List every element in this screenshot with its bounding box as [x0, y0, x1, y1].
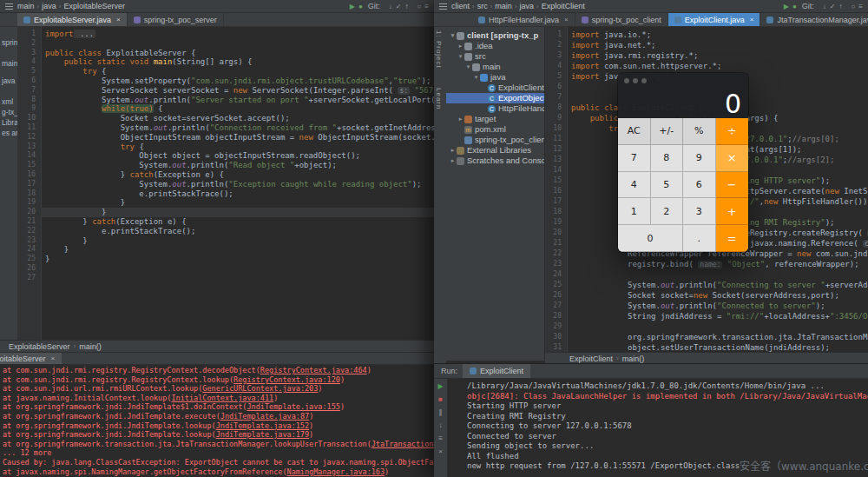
- tree-item-client-spring-tx-p[interactable]: ▾client [spring-tx_p: [446, 30, 544, 41]
- close-icon[interactable]: ×: [750, 16, 754, 23]
- calc-button-add[interactable]: +: [716, 198, 749, 225]
- stack-trace-link[interactable]: JtaTransactionManager.java:1: [372, 440, 434, 448]
- stack-trace-link[interactable]: JndiTemplate.java:155: [247, 402, 339, 411]
- breadcrumb-item[interactable]: ExploitClient: [542, 2, 585, 10]
- tab-exploitclient-java[interactable]: ExploitClient.java ×: [668, 13, 761, 26]
- calc-button-6[interactable]: 6: [683, 172, 716, 199]
- stack-trace-link[interactable]: NamingManager.java:163: [287, 467, 385, 476]
- code-line[interactable]: 2: [17, 39, 434, 49]
- tree-item-pom-xml[interactable]: mpom.xml: [446, 124, 544, 135]
- tree-chevron-icon[interactable]: ▾: [464, 62, 472, 72]
- code-line[interactable]: 10 Socket socket=serverSocket.accept();: [17, 114, 434, 123]
- settings-icon[interactable]: ≡: [424, 3, 429, 10]
- tree-item-java[interactable]: ▾java: [446, 72, 544, 83]
- code-line[interactable]: 23 registry.bind( name: "Object", refere…: [545, 259, 868, 269]
- tool-window-button-learn[interactable]: Learn: [435, 88, 443, 109]
- collapsed-project-panel[interactable]: springmainjavaxmlg-tx_pLibrares and: [0, 27, 18, 352]
- calc-button-percent[interactable]: %: [683, 118, 716, 145]
- code-line[interactable]: 2import java.net.*;: [545, 40, 868, 50]
- code-line[interactable]: 1import java.io.*;: [545, 30, 868, 40]
- code-line[interactable]: 16 } catch(Exception e) {: [17, 170, 434, 180]
- breadcrumb-item[interactable]: main(): [79, 342, 102, 351]
- calc-button-equals[interactable]: =: [716, 225, 749, 252]
- close-icon[interactable]: ×: [51, 354, 56, 362]
- window-zoom-button[interactable]: [641, 78, 647, 83]
- code-line[interactable]: 30 org.springframework.transaction.jta.J…: [545, 332, 868, 342]
- calc-button-1[interactable]: 1: [618, 198, 651, 225]
- menu-icon[interactable]: [439, 3, 447, 10]
- breadcrumb-item[interactable]: ExploitableServer: [63, 2, 125, 10]
- tree-chevron-icon[interactable]: ▾: [449, 30, 457, 41]
- rerun-icon[interactable]: ▶: [437, 382, 445, 391]
- code-line[interactable]: 26: [17, 264, 434, 274]
- code-line[interactable]: 20 }: [17, 208, 434, 217]
- code-line[interactable]: 22 e.printStackTrace();: [17, 227, 434, 236]
- breadcrumb-item[interactable]: main: [495, 2, 512, 10]
- calc-button-subtract[interactable]: −: [716, 172, 749, 199]
- tree-item-target[interactable]: ▸target: [446, 114, 544, 124]
- stack-trace-link[interactable]: RegistryContext.java:120: [233, 375, 340, 384]
- tab-httpfilehandler-java[interactable]: HttpFileHandler.java ×: [472, 13, 575, 26]
- code-line[interactable]: 6 System.setProperty("com.sun.jndi.rmi.o…: [17, 76, 434, 86]
- code-line[interactable]: 27: [17, 274, 434, 283]
- tree-item-scratches-and-consoles[interactable]: ▸Scratches and Consoles: [446, 156, 544, 166]
- breadcrumb-item[interactable]: main(): [622, 354, 645, 363]
- tree-item-main[interactable]: ▾main: [446, 62, 544, 72]
- calc-button-7[interactable]: 7: [618, 145, 651, 172]
- stop-icon[interactable]: ■: [437, 395, 445, 404]
- run-icon[interactable]: ▶: [350, 3, 355, 10]
- tree-item-src[interactable]: ▾src: [446, 51, 544, 62]
- calc-button-decimal[interactable]: .: [683, 225, 716, 252]
- window-minimize-button[interactable]: [633, 78, 638, 83]
- stack-trace-link[interactable]: JndiTemplate.java:87: [220, 412, 309, 421]
- breadcrumb-item[interactable]: ExploitClient: [569, 354, 613, 363]
- calc-button-multiply[interactable]: ×: [716, 145, 749, 172]
- calc-button-negate[interactable]: +/-: [651, 118, 684, 145]
- scroll-to-end-icon[interactable]: ↓: [437, 421, 445, 430]
- calc-button-3[interactable]: 3: [683, 198, 716, 225]
- calc-button-8[interactable]: 8: [651, 145, 684, 172]
- calc-button-2[interactable]: 2: [651, 198, 684, 225]
- calc-button-clear[interactable]: AC: [618, 118, 651, 145]
- tool-window-button-project[interactable]: 1: Project: [435, 30, 443, 69]
- search-icon[interactable]: ○: [417, 3, 421, 10]
- close-icon[interactable]: ×: [116, 16, 121, 23]
- tree-item-exploitclient[interactable]: CExploitClient: [446, 83, 544, 93]
- tree-item-exportobject[interactable]: CExportObject: [446, 93, 544, 103]
- tree-chevron-icon[interactable]: ▸: [457, 114, 464, 124]
- code-line[interactable]: 23 }: [17, 236, 434, 246]
- code-line[interactable]: 13 try {: [17, 142, 434, 152]
- window-close-button[interactable]: [624, 78, 629, 83]
- git-push-icon[interactable]: ↑: [404, 3, 408, 10]
- tree-item-spring-tx-poc-client[interactable]: spring-tx_poc_client: [446, 135, 544, 145]
- breadcrumb-item[interactable]: src: [477, 2, 488, 10]
- breadcrumb-item[interactable]: main: [17, 2, 35, 10]
- tree-chevron-icon[interactable]: ▸: [457, 41, 464, 51]
- debug-icon[interactable]: ●: [358, 3, 363, 10]
- breadcrumb-item[interactable]: java: [520, 2, 535, 10]
- code-line[interactable]: 17 System.out.println("Exception caught …: [17, 180, 434, 189]
- tree-chevron-icon[interactable]: ▾: [457, 51, 464, 62]
- git-push-icon[interactable]: ↑: [838, 3, 842, 10]
- code-line[interactable]: 4import com.sun.net.httpserver.*;: [545, 61, 868, 71]
- code-line[interactable]: 25 System.out.println("Connecting to ser…: [545, 280, 868, 290]
- code-line[interactable]: 24: [545, 269, 868, 280]
- code-line[interactable]: 18 e.printStackTrace();: [17, 189, 434, 199]
- git-commit-icon[interactable]: ✓: [396, 3, 402, 10]
- tab-spring-tx-poc-server[interactable]: spring-tx_poc_server: [128, 13, 224, 26]
- code-line[interactable]: 3public class ExploitableServer {: [17, 49, 434, 58]
- run-tab-exploitclient[interactable]: ExploitClient: [463, 364, 530, 378]
- code-line[interactable]: 31 object.setUserTransactionName(jndiAdd…: [545, 342, 868, 352]
- run-icon[interactable]: ▶: [784, 3, 789, 10]
- code-line[interactable]: 9 while(true) {: [17, 104, 434, 114]
- code-line[interactable]: 14 Object object = objectInputStream.rea…: [17, 151, 434, 161]
- code-line[interactable]: 28 String jndiAddress = "rmi://"+localAd…: [545, 311, 868, 321]
- calc-button-5[interactable]: 5: [651, 172, 684, 199]
- code-line[interactable]: 3import java.rmi.registry.*;: [545, 50, 868, 61]
- code-line[interactable]: 12 ObjectInputStream objectInputStream =…: [17, 133, 434, 142]
- tree-item--idea[interactable]: ▸.idea: [446, 41, 544, 51]
- calc-button-0[interactable]: 0: [618, 225, 683, 252]
- tree-chevron-icon[interactable]: ▸: [449, 156, 457, 166]
- breadcrumb-item[interactable]: java: [42, 2, 56, 10]
- git-pull-icon[interactable]: ↓: [823, 3, 826, 10]
